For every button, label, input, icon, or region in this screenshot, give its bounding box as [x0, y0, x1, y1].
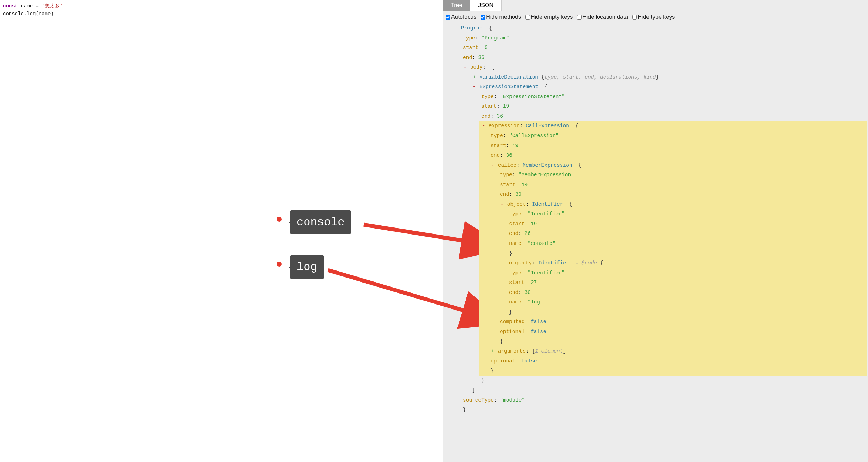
token-identifier: name — [21, 3, 33, 9]
collapse-icon[interactable]: - — [472, 82, 476, 92]
code-editor-pane[interactable]: const name = '想太多' console.log(name) con… — [0, 0, 443, 462]
ast-value: "Identifier" — [528, 211, 565, 217]
ast-close: } — [500, 307, 731, 317]
ast-close: } — [454, 405, 867, 415]
ast-key: end — [481, 113, 491, 119]
ast-key: start — [481, 103, 497, 109]
annotation-bullet-icon — [277, 262, 282, 267]
ast-node-vardecl[interactable]: + VariableDeclaration {type, start, end,… — [463, 72, 867, 82]
ast-prop: end: 36 — [481, 151, 731, 161]
ast-value: 19 — [503, 103, 509, 109]
expand-icon[interactable]: + — [472, 72, 476, 82]
ast-type: Identifier — [538, 260, 569, 266]
ast-key: start — [509, 221, 525, 227]
ast-node-property[interactable]: - property: Identifier = $node { type: "… — [491, 258, 731, 317]
ast-key: end — [509, 290, 518, 295]
ast-prop: type: "Identifier" — [500, 209, 731, 219]
ast-close: } — [491, 337, 731, 347]
option-label: Hide location data — [582, 14, 628, 20]
brace-icon: { — [569, 202, 572, 207]
bracket-icon: ] — [563, 348, 566, 354]
ast-prop: end: 36 — [472, 112, 867, 122]
ast-value: 36 — [478, 55, 485, 60]
ast-value: "module" — [500, 397, 525, 403]
ast-panel: Tree JSON Autofocus Hide methods Hide em… — [443, 0, 868, 462]
collapse-icon[interactable]: - — [463, 63, 467, 72]
brace-icon: { — [578, 162, 582, 168]
ast-node-exprstmt[interactable]: - ExpressionStatement { type: "Expressio… — [463, 82, 867, 386]
brace-icon: { — [544, 84, 547, 90]
ast-value: 30 — [525, 290, 531, 295]
ast-close: ] — [463, 386, 867, 396]
ast-node-body[interactable]: - body: [ + VariableDeclaration {type, s… — [454, 63, 867, 396]
ast-close: } — [472, 376, 867, 386]
checkbox-autofocus[interactable] — [446, 15, 450, 20]
ast-options-row: Autofocus Hide methods Hide empty keys H… — [443, 11, 868, 23]
expand-icon[interactable]: + — [491, 346, 495, 356]
ast-key: start — [463, 45, 478, 50]
brace-icon: { — [489, 25, 492, 31]
ast-node-callee[interactable]: - callee: MemberExpression { type: "Memb… — [481, 161, 731, 346]
ast-value: false — [531, 329, 546, 334]
option-autofocus[interactable]: Autofocus — [446, 14, 476, 20]
brace-icon: } — [656, 74, 659, 80]
ast-node-expression[interactable]: - expression: CallExpression { type: "Ca… — [472, 121, 867, 376]
ast-key: type — [500, 172, 512, 178]
ast-key: start — [509, 280, 525, 285]
ast-key: object — [507, 202, 526, 207]
brace-icon: } — [509, 251, 512, 256]
ast-prop: type: "Identifier" — [500, 268, 731, 278]
option-hide-location-data[interactable]: Hide location data — [577, 14, 628, 20]
ast-key: optional — [491, 358, 515, 364]
collapse-icon[interactable]: - — [500, 258, 504, 268]
ast-prop: sourceType: "module" — [454, 396, 867, 405]
annotation-bullet-icon — [277, 217, 282, 222]
ast-type: CallExpression — [526, 123, 569, 129]
bracket-icon: [ — [532, 348, 535, 354]
ast-value: 19 — [512, 143, 518, 149]
ast-value: "CallExpression" — [509, 133, 559, 139]
tab-tree[interactable]: Tree — [443, 0, 470, 11]
checkbox-hide-type-keys[interactable] — [632, 15, 637, 20]
ast-prop: type: "CallExpression" — [481, 131, 731, 141]
annotation-label-console: console — [290, 210, 351, 234]
checkbox-hide-methods[interactable] — [481, 15, 485, 20]
collapse-icon[interactable]: - — [491, 161, 495, 171]
option-label: Autofocus — [451, 14, 476, 20]
option-hide-methods[interactable]: Hide methods — [481, 14, 521, 20]
ast-key: callee — [498, 162, 517, 168]
ast-key: type — [509, 270, 522, 276]
ast-close: } — [481, 366, 731, 376]
ast-key: end — [463, 55, 472, 60]
ast-value: 19 — [531, 221, 537, 227]
ast-value: false — [522, 358, 537, 364]
ast-node-object[interactable]: - object: Identifier { type: "Identifier… — [491, 200, 731, 258]
collapse-icon[interactable]: - — [481, 121, 486, 131]
ast-prop: start: 19 — [500, 219, 731, 229]
ast-key: body — [470, 64, 483, 70]
option-hide-empty-keys[interactable]: Hide empty keys — [525, 14, 573, 20]
tab-json[interactable]: JSON — [470, 0, 502, 11]
ast-close: } — [500, 249, 731, 259]
checkbox-hide-location-data[interactable] — [577, 15, 582, 20]
ast-tree[interactable]: - Program { type: "Program" start: 0 end… — [443, 23, 868, 462]
ast-key: expression — [489, 123, 520, 129]
option-hide-type-keys[interactable]: Hide type keys — [632, 14, 675, 20]
ast-value: 30 — [515, 192, 522, 197]
collapse-icon[interactable]: - — [500, 200, 504, 210]
ast-key: start — [491, 143, 506, 149]
collapse-icon[interactable]: - — [454, 23, 458, 33]
ast-meta: type, start, end, declarations, kind — [544, 74, 656, 80]
ast-key: name — [509, 299, 522, 305]
ast-prop: end: 30 — [500, 288, 731, 298]
checkbox-hide-empty-keys[interactable] — [525, 15, 530, 20]
ast-value: 19 — [522, 182, 528, 188]
ast-prop: end: 26 — [500, 229, 731, 239]
code-line-1: const name = '想太多' — [3, 2, 440, 10]
annotation-label-log: log — [290, 255, 324, 279]
option-label: Hide type keys — [637, 14, 675, 20]
token-string: '想太多' — [42, 3, 63, 9]
ast-node-arguments[interactable]: + arguments: [1 element] — [481, 346, 731, 356]
ast-key: end — [491, 152, 500, 158]
ast-node-program[interactable]: - Program { type: "Program" start: 0 end… — [444, 23, 867, 415]
